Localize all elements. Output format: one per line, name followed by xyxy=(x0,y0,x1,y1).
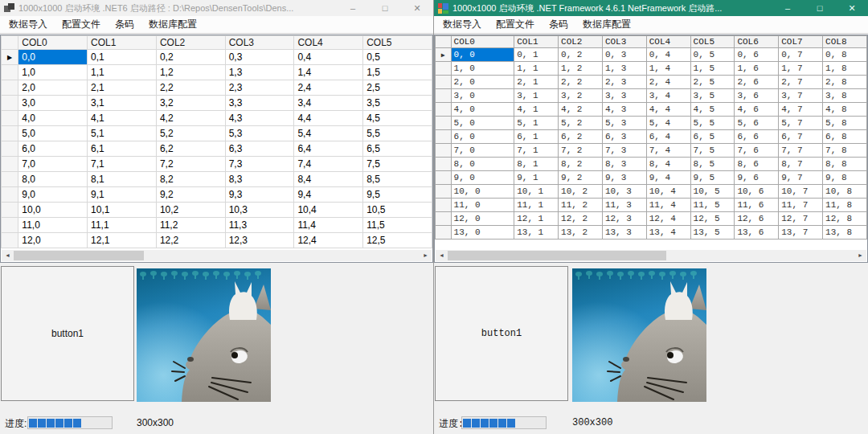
grid-cell[interactable]: 9,3 xyxy=(225,187,294,203)
grid-cell[interactable]: 5, 6 xyxy=(735,117,779,130)
grid-cell[interactable]: 12, 0 xyxy=(451,212,514,226)
grid-cell[interactable]: 0, 4 xyxy=(646,48,690,62)
grid-cell[interactable]: 2,2 xyxy=(156,80,225,96)
grid-cell[interactable]: 10, 5 xyxy=(690,185,735,199)
grid-cell[interactable]: 4, 7 xyxy=(779,103,823,117)
grid-cell[interactable]: 13, 1 xyxy=(514,226,559,240)
grid-cell[interactable]: 1, 4 xyxy=(646,62,690,76)
grid-cell[interactable]: 7,0 xyxy=(18,157,88,172)
grid-cell[interactable]: 8,0 xyxy=(18,172,88,187)
grid-cell[interactable]: 13, 6 xyxy=(735,226,779,240)
grid-cell[interactable]: 8, 5 xyxy=(690,158,735,171)
row-header[interactable] xyxy=(436,212,452,226)
grid-cell[interactable]: 5, 3 xyxy=(602,117,646,130)
grid-cell[interactable]: 0, 8 xyxy=(823,48,867,62)
column-header[interactable]: COL3 xyxy=(602,36,646,48)
grid-cell[interactable]: 5,4 xyxy=(294,126,363,141)
grid-cell[interactable]: 4,2 xyxy=(156,111,225,126)
grid-cell[interactable]: 13, 8 xyxy=(823,226,867,240)
grid-cell[interactable]: 7, 1 xyxy=(514,144,559,158)
menu-item[interactable]: 数据导入 xyxy=(436,15,489,34)
row-header[interactable] xyxy=(436,144,452,158)
grid-cell[interactable]: 5,0 xyxy=(18,126,88,141)
grid-cell[interactable]: 10,1 xyxy=(88,203,157,218)
grid-cell[interactable]: 9, 5 xyxy=(690,171,735,185)
grid-cell[interactable]: 4,4 xyxy=(294,111,363,126)
grid-cell[interactable]: 7, 0 xyxy=(451,144,514,158)
grid-cell[interactable]: 13, 0 xyxy=(451,226,514,240)
grid-cell[interactable]: 11,1 xyxy=(88,218,157,233)
grid-cell[interactable]: 5,1 xyxy=(88,126,157,141)
grid-cell[interactable]: 1,0 xyxy=(18,65,88,80)
grid-cell[interactable]: 3, 0 xyxy=(451,89,514,103)
grid-cell[interactable]: 6, 6 xyxy=(735,130,779,144)
grid-cell[interactable]: 8,3 xyxy=(225,172,294,187)
grid-cell[interactable]: 10, 0 xyxy=(451,185,514,199)
row-header[interactable] xyxy=(436,62,452,76)
grid-cell[interactable]: 10, 7 xyxy=(779,185,823,199)
grid-cell[interactable]: 13, 5 xyxy=(690,226,735,240)
grid-cell[interactable]: 12, 3 xyxy=(602,212,646,226)
row-header[interactable] xyxy=(2,80,18,96)
grid-cell[interactable]: 0,4 xyxy=(294,50,363,65)
grid-cell[interactable]: 6, 2 xyxy=(559,130,603,144)
column-header[interactable]: COL6 xyxy=(735,36,779,48)
grid-cell[interactable]: 6, 4 xyxy=(646,130,690,144)
grid-cell[interactable]: 1,2 xyxy=(156,65,225,80)
grid-cell[interactable]: 11, 3 xyxy=(602,199,646,212)
grid-cell[interactable]: 0,2 xyxy=(156,50,225,65)
grid-cell[interactable]: 0, 1 xyxy=(514,48,559,62)
grid-cell[interactable]: 0,0 xyxy=(18,50,88,65)
column-header[interactable]: COL3 xyxy=(225,36,294,50)
grid-cell[interactable]: 0, 5 xyxy=(690,48,735,62)
grid-cell[interactable]: 9, 3 xyxy=(602,171,646,185)
grid-cell[interactable]: 12,4 xyxy=(294,233,363,248)
column-header[interactable]: COL5 xyxy=(690,36,735,48)
grid-cell[interactable]: 4,0 xyxy=(18,111,88,126)
column-header[interactable]: COL2 xyxy=(156,36,225,50)
grid-cell[interactable]: 0,5 xyxy=(363,50,432,65)
grid-cell[interactable]: 7,3 xyxy=(225,157,294,172)
grid-cell[interactable]: 10, 4 xyxy=(646,185,690,199)
grid-cell[interactable]: 8, 1 xyxy=(514,158,559,171)
column-header[interactable]: COL8 xyxy=(823,36,867,48)
grid-cell[interactable]: 0, 0 xyxy=(451,48,514,62)
grid-cell[interactable]: 9,2 xyxy=(156,187,225,203)
grid-cell[interactable]: 9,0 xyxy=(18,187,88,203)
grid-cell[interactable]: 1, 6 xyxy=(735,62,779,76)
grid-cell[interactable]: 6, 5 xyxy=(690,130,735,144)
minimize-icon[interactable]: – xyxy=(772,0,804,16)
close-icon[interactable]: ✕ xyxy=(401,0,433,16)
grid-cell[interactable]: 1, 7 xyxy=(779,62,823,76)
grid-cell[interactable]: 6, 8 xyxy=(823,130,867,144)
grid-cell[interactable]: 11, 0 xyxy=(451,199,514,212)
grid-cell[interactable]: 10, 3 xyxy=(602,185,646,199)
grid-cell[interactable]: 2,0 xyxy=(18,80,88,96)
grid-cell[interactable]: 6,5 xyxy=(363,141,432,157)
column-header[interactable]: COL0 xyxy=(18,36,88,50)
grid-cell[interactable]: 9, 6 xyxy=(735,171,779,185)
grid-cell[interactable]: 3, 1 xyxy=(514,89,559,103)
grid-cell[interactable]: 12, 1 xyxy=(514,212,559,226)
grid-cell[interactable]: 4,1 xyxy=(88,111,157,126)
row-header[interactable] xyxy=(436,130,452,144)
grid-cell[interactable]: 7, 5 xyxy=(690,144,735,158)
row-header[interactable] xyxy=(436,117,452,130)
grid-cell[interactable]: 12, 2 xyxy=(559,212,603,226)
horizontal-scrollbar[interactable]: ◄ ► xyxy=(436,250,866,261)
grid-cell[interactable]: 9,1 xyxy=(88,187,157,203)
grid-cell[interactable]: 5,2 xyxy=(156,126,225,141)
grid-cell[interactable]: 4, 2 xyxy=(559,103,603,117)
grid-cell[interactable]: 1,5 xyxy=(363,65,432,80)
grid-cell[interactable]: 10,0 xyxy=(18,203,88,218)
row-header[interactable] xyxy=(436,158,452,171)
grid-cell[interactable]: 11,5 xyxy=(363,218,432,233)
grid-cell[interactable]: 2,3 xyxy=(225,80,294,96)
grid-cell[interactable]: 1, 1 xyxy=(514,62,559,76)
grid-cell[interactable]: 2, 6 xyxy=(735,76,779,89)
column-header[interactable]: COL1 xyxy=(88,36,157,50)
row-header[interactable] xyxy=(436,199,452,212)
grid-cell[interactable]: 8,1 xyxy=(88,172,157,187)
grid-cell[interactable]: 2, 0 xyxy=(451,76,514,89)
grid-cell[interactable]: 8, 7 xyxy=(779,158,823,171)
